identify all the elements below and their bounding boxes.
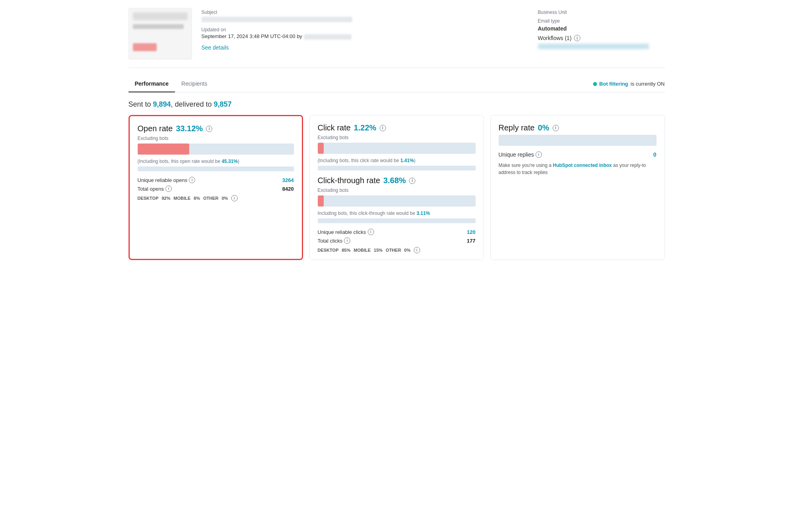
- updated-value: September 17, 2024 3:48 PM UTC-04:00 by: [202, 33, 528, 40]
- desktop-clicks-label: DESKTOP: [318, 248, 339, 253]
- open-including-bots-text: (Including bots, this open rate would be…: [138, 159, 294, 164]
- open-rate-title: Open rate 33.12% i: [138, 124, 294, 133]
- click-excluding-bots-label: Excluding bots: [318, 135, 476, 140]
- email-type-value: Automated: [538, 25, 665, 32]
- total-clicks-label: Total clicks i: [318, 237, 351, 244]
- click-including-bots-rate: 1.41%: [400, 158, 414, 163]
- sent-delivered-line: Sent to 9,894, delivered to 9,857: [129, 100, 665, 109]
- see-details-link[interactable]: See details: [202, 44, 229, 51]
- ctr-including-bots-bar-fill: [318, 218, 323, 223]
- other-opens-value: 0%: [222, 196, 228, 201]
- open-including-bots-bar: [138, 166, 294, 171]
- unique-reliable-opens-value: 3264: [282, 177, 294, 183]
- open-rate-value: 33.12%: [176, 124, 203, 133]
- email-meta: Subject Updated on September 17, 2024 3:…: [202, 8, 528, 59]
- bot-filtering-status: Bot filtering is currently ON: [593, 81, 665, 87]
- total-clicks-row: Total clicks i 177: [318, 237, 476, 244]
- email-header: Subject Updated on September 17, 2024 3:…: [129, 8, 665, 68]
- other-clicks-value: 0%: [404, 248, 411, 253]
- ctr-bar-container: [318, 195, 476, 207]
- delivered-label: delivered to: [175, 100, 212, 108]
- reply-note: Make sure you're using a HubSpot connect…: [499, 162, 657, 176]
- device-row-clicks: DESKTOP 85% MOBILE 15% OTHER 0% i: [318, 247, 476, 253]
- click-rate-value: 1.22%: [354, 123, 376, 132]
- delivered-value: 9,857: [214, 100, 232, 108]
- ctr-title: Click-through rate 3.68% i: [318, 176, 476, 185]
- device-opens-info-icon[interactable]: i: [231, 195, 238, 201]
- click-including-bots-bar: [318, 166, 476, 170]
- open-excluding-bots-label: Excluding bots: [138, 136, 294, 141]
- open-including-bots-rate: 45.31%: [222, 159, 238, 164]
- desktop-opens-label: DESKTOP: [138, 196, 159, 201]
- unique-reliable-clicks-value: 120: [467, 229, 476, 235]
- workflow-value-blur: [538, 44, 649, 49]
- hubspot-connected-inbox-link[interactable]: HubSpot connected inbox: [553, 163, 612, 168]
- workflows-info-icon[interactable]: i: [574, 35, 580, 41]
- unique-replies-info-icon[interactable]: i: [536, 151, 542, 158]
- bot-filtering-status-text: is currently ON: [631, 81, 665, 87]
- unique-replies-value: 0: [653, 151, 657, 158]
- ctr-including-bots-rate: 3.11%: [417, 211, 430, 216]
- open-including-bots-bar-fill: [138, 166, 208, 171]
- click-including-bots-bar-fill: [318, 166, 326, 170]
- click-including-bots-text: (Including bots, this click rate would b…: [318, 158, 476, 163]
- ctr-value: 3.68%: [383, 176, 406, 185]
- subject-value-blur: [202, 17, 352, 22]
- ctr-bar-fill: [318, 195, 324, 207]
- ctr-excluding-bots-label: Excluding bots: [318, 188, 476, 193]
- tab-performance[interactable]: Performance: [129, 76, 175, 92]
- total-opens-label: Total opens i: [138, 186, 172, 192]
- reply-rate-title: Reply rate 0% i: [499, 123, 657, 132]
- unique-replies-label: Unique replies i: [499, 151, 542, 158]
- stats-cards: Open rate 33.12% i Excluding bots (Inclu…: [129, 115, 665, 260]
- open-rate-bar-container: [138, 144, 294, 155]
- ctr-including-bots-text: Including bots, this click-through rate …: [318, 211, 476, 216]
- workflows-label: Workflows (1): [538, 35, 572, 41]
- unique-reliable-clicks-label: Unique reliable clicks i: [318, 229, 374, 235]
- other-clicks-label: OTHER: [386, 248, 401, 253]
- unique-reliable-clicks-row: Unique reliable clicks i 120: [318, 229, 476, 235]
- reply-rate-card: Reply rate 0% i Unique replies i 0 Make …: [490, 115, 665, 260]
- device-row-opens: DESKTOP 92% MOBILE 8% OTHER 0% i: [138, 195, 294, 201]
- updated-label: Updated on: [202, 27, 528, 33]
- tab-recipients[interactable]: Recipients: [175, 76, 213, 92]
- sent-value: 9,894: [153, 100, 171, 108]
- open-rate-info-icon[interactable]: i: [206, 126, 212, 132]
- total-opens-info-icon[interactable]: i: [165, 186, 172, 192]
- click-rate-title: Click rate 1.22% i: [318, 123, 476, 132]
- email-thumbnail: [129, 8, 192, 59]
- email-type-label: Email type: [538, 18, 665, 24]
- mobile-clicks-label: MOBILE: [354, 248, 371, 253]
- unique-replies-row: Unique replies i 0: [499, 151, 657, 158]
- total-opens-row: Total opens i 8420: [138, 186, 294, 192]
- unique-opens-info-icon[interactable]: i: [189, 177, 195, 183]
- open-rate-card: Open rate 33.12% i Excluding bots (Inclu…: [129, 115, 303, 260]
- desktop-clicks-value: 85%: [342, 248, 350, 253]
- business-unit-label: Business Unit: [538, 10, 665, 15]
- unique-clicks-info-icon[interactable]: i: [368, 229, 374, 235]
- unique-reliable-opens-label: Unique reliable opens i: [138, 177, 196, 183]
- open-rate-bar-fill: [138, 144, 189, 155]
- mobile-opens-value: 8%: [194, 196, 200, 201]
- total-clicks-value: 177: [467, 238, 476, 244]
- click-rate-info-icon[interactable]: i: [380, 125, 386, 131]
- reply-rate-info-icon[interactable]: i: [553, 125, 559, 131]
- device-clicks-info-icon[interactable]: i: [414, 247, 420, 253]
- ctr-including-bots-bar: [318, 218, 476, 223]
- reply-rate-value: 0%: [538, 123, 549, 132]
- sent-label: Sent to: [129, 100, 151, 108]
- click-rate-card: Click rate 1.22% i Excluding bots (Inclu…: [309, 115, 484, 260]
- updated-by-blur: [304, 34, 351, 40]
- reply-rate-bar: [499, 135, 657, 146]
- ctr-info-icon[interactable]: i: [409, 178, 415, 184]
- page-wrapper: Subject Updated on September 17, 2024 3:…: [119, 0, 674, 268]
- click-rate-bar-fill: [318, 143, 324, 154]
- email-right-meta: Business Unit Email type Automated Workf…: [538, 8, 665, 59]
- other-opens-label: OTHER: [203, 196, 219, 201]
- total-opens-value: 8420: [282, 186, 294, 192]
- tabs-bar: Performance Recipients Bot filtering is …: [129, 76, 665, 92]
- workflows-row: Workflows (1) i: [538, 35, 665, 41]
- total-clicks-info-icon[interactable]: i: [344, 237, 350, 244]
- mobile-opens-label: MOBILE: [174, 196, 191, 201]
- tabs-left: Performance Recipients: [129, 76, 214, 92]
